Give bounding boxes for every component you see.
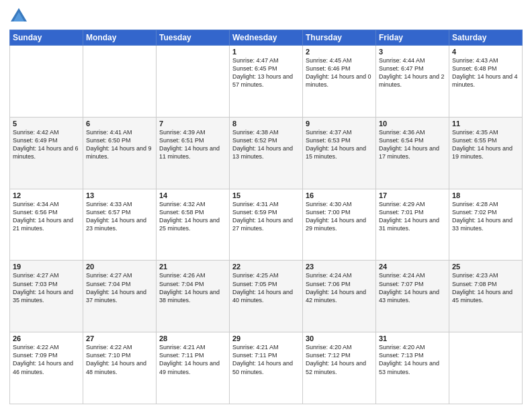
day-number: 10	[379, 120, 446, 128]
logo	[9, 7, 31, 26]
day-number: 16	[306, 191, 373, 199]
day-number: 20	[86, 263, 153, 271]
day-number: 25	[452, 263, 519, 271]
day-number: 14	[159, 191, 226, 199]
calendar-cell: 7Sunrise: 4:39 AM Sunset: 6:51 PM Daylig…	[157, 117, 230, 189]
calendar-cell	[83, 46, 157, 118]
day-info: Sunrise: 4:27 AM Sunset: 7:04 PM Dayligh…	[86, 271, 153, 304]
day-number: 2	[306, 48, 373, 56]
calendar-cell: 3Sunrise: 4:44 AM Sunset: 6:47 PM Daylig…	[376, 46, 449, 118]
day-number: 15	[232, 191, 300, 199]
day-info: Sunrise: 4:43 AM Sunset: 6:48 PM Dayligh…	[452, 56, 519, 89]
day-number: 18	[452, 191, 519, 199]
day-info: Sunrise: 4:20 AM Sunset: 7:13 PM Dayligh…	[379, 343, 446, 376]
day-info: Sunrise: 4:30 AM Sunset: 7:00 PM Dayligh…	[306, 200, 373, 233]
calendar-cell: 13Sunrise: 4:33 AM Sunset: 6:57 PM Dayli…	[83, 189, 157, 261]
calendar-table: SundayMondayTuesdayWednesdayThursdayFrid…	[9, 30, 523, 404]
day-number: 24	[379, 263, 446, 271]
calendar-header-monday: Monday	[83, 30, 157, 46]
day-number: 29	[232, 334, 300, 342]
calendar-cell: 12Sunrise: 4:34 AM Sunset: 6:56 PM Dayli…	[10, 189, 83, 261]
page: SundayMondayTuesdayWednesdayThursdayFrid…	[0, 0, 532, 411]
day-info: Sunrise: 4:28 AM Sunset: 7:02 PM Dayligh…	[452, 200, 519, 233]
day-info: Sunrise: 4:37 AM Sunset: 6:53 PM Dayligh…	[306, 128, 373, 161]
calendar-header-tuesday: Tuesday	[157, 30, 230, 46]
calendar-week-row: 1Sunrise: 4:47 AM Sunset: 6:45 PM Daylig…	[10, 46, 523, 118]
day-info: Sunrise: 4:29 AM Sunset: 7:01 PM Dayligh…	[379, 200, 446, 233]
day-number: 21	[159, 263, 226, 271]
day-info: Sunrise: 4:25 AM Sunset: 7:05 PM Dayligh…	[232, 271, 300, 304]
day-number: 23	[306, 263, 373, 271]
calendar-header-sunday: Sunday	[10, 30, 83, 46]
calendar-cell: 10Sunrise: 4:36 AM Sunset: 6:54 PM Dayli…	[376, 117, 449, 189]
day-number: 28	[159, 334, 226, 342]
day-number: 1	[232, 48, 300, 56]
calendar-cell: 27Sunrise: 4:22 AM Sunset: 7:10 PM Dayli…	[83, 332, 157, 404]
calendar-header-wednesday: Wednesday	[230, 30, 303, 46]
day-number: 12	[13, 191, 80, 199]
day-number: 6	[86, 120, 153, 128]
calendar-header-friday: Friday	[376, 30, 449, 46]
day-info: Sunrise: 4:22 AM Sunset: 7:10 PM Dayligh…	[86, 343, 153, 376]
day-number: 8	[232, 120, 300, 128]
calendar-cell: 9Sunrise: 4:37 AM Sunset: 6:53 PM Daylig…	[303, 117, 376, 189]
calendar-week-row: 5Sunrise: 4:42 AM Sunset: 6:49 PM Daylig…	[10, 117, 523, 189]
day-number: 7	[159, 120, 226, 128]
calendar-cell: 31Sunrise: 4:20 AM Sunset: 7:13 PM Dayli…	[376, 332, 449, 404]
day-number: 31	[379, 334, 446, 342]
calendar-cell: 30Sunrise: 4:20 AM Sunset: 7:12 PM Dayli…	[303, 332, 376, 404]
day-info: Sunrise: 4:20 AM Sunset: 7:12 PM Dayligh…	[306, 343, 373, 376]
calendar-cell	[157, 46, 230, 118]
day-info: Sunrise: 4:27 AM Sunset: 7:03 PM Dayligh…	[13, 271, 80, 304]
day-info: Sunrise: 4:22 AM Sunset: 7:09 PM Dayligh…	[13, 343, 80, 376]
calendar-header-saturday: Saturday	[449, 30, 523, 46]
calendar-cell: 20Sunrise: 4:27 AM Sunset: 7:04 PM Dayli…	[83, 261, 157, 332]
day-number: 19	[13, 263, 80, 271]
calendar-cell: 8Sunrise: 4:38 AM Sunset: 6:52 PM Daylig…	[230, 117, 303, 189]
calendar-cell: 29Sunrise: 4:21 AM Sunset: 7:11 PM Dayli…	[230, 332, 303, 404]
day-info: Sunrise: 4:38 AM Sunset: 6:52 PM Dayligh…	[232, 128, 300, 161]
calendar-cell: 2Sunrise: 4:45 AM Sunset: 6:46 PM Daylig…	[303, 46, 376, 118]
day-number: 17	[379, 191, 446, 199]
calendar-cell: 26Sunrise: 4:22 AM Sunset: 7:09 PM Dayli…	[10, 332, 83, 404]
calendar-week-row: 12Sunrise: 4:34 AM Sunset: 6:56 PM Dayli…	[10, 189, 523, 261]
calendar-cell: 1Sunrise: 4:47 AM Sunset: 6:45 PM Daylig…	[230, 46, 303, 118]
calendar-cell: 22Sunrise: 4:25 AM Sunset: 7:05 PM Dayli…	[230, 261, 303, 332]
day-info: Sunrise: 4:31 AM Sunset: 6:59 PM Dayligh…	[232, 200, 300, 233]
header	[9, 7, 523, 26]
day-info: Sunrise: 4:42 AM Sunset: 6:49 PM Dayligh…	[13, 128, 80, 161]
day-number: 9	[306, 120, 373, 128]
calendar-cell: 23Sunrise: 4:24 AM Sunset: 7:06 PM Dayli…	[303, 261, 376, 332]
day-info: Sunrise: 4:45 AM Sunset: 6:46 PM Dayligh…	[306, 56, 373, 89]
day-info: Sunrise: 4:21 AM Sunset: 7:11 PM Dayligh…	[159, 343, 226, 376]
day-number: 26	[13, 334, 80, 342]
day-info: Sunrise: 4:21 AM Sunset: 7:11 PM Dayligh…	[232, 343, 300, 376]
calendar-cell: 14Sunrise: 4:32 AM Sunset: 6:58 PM Dayli…	[157, 189, 230, 261]
calendar-cell	[449, 332, 523, 404]
day-info: Sunrise: 4:39 AM Sunset: 6:51 PM Dayligh…	[159, 128, 226, 161]
day-info: Sunrise: 4:41 AM Sunset: 6:50 PM Dayligh…	[86, 128, 153, 161]
calendar-cell: 25Sunrise: 4:23 AM Sunset: 7:08 PM Dayli…	[449, 261, 523, 332]
calendar-cell: 4Sunrise: 4:43 AM Sunset: 6:48 PM Daylig…	[449, 46, 523, 118]
calendar-cell: 19Sunrise: 4:27 AM Sunset: 7:03 PM Dayli…	[10, 261, 83, 332]
day-number: 5	[13, 120, 80, 128]
day-number: 30	[306, 334, 373, 342]
day-info: Sunrise: 4:44 AM Sunset: 6:47 PM Dayligh…	[379, 56, 446, 89]
day-info: Sunrise: 4:24 AM Sunset: 7:07 PM Dayligh…	[379, 271, 446, 304]
calendar-week-row: 19Sunrise: 4:27 AM Sunset: 7:03 PM Dayli…	[10, 261, 523, 332]
day-info: Sunrise: 4:47 AM Sunset: 6:45 PM Dayligh…	[232, 56, 300, 89]
calendar-cell: 11Sunrise: 4:35 AM Sunset: 6:55 PM Dayli…	[449, 117, 523, 189]
calendar-cell: 21Sunrise: 4:26 AM Sunset: 7:04 PM Dayli…	[157, 261, 230, 332]
calendar-cell: 28Sunrise: 4:21 AM Sunset: 7:11 PM Dayli…	[157, 332, 230, 404]
day-number: 3	[379, 48, 446, 56]
day-info: Sunrise: 4:26 AM Sunset: 7:04 PM Dayligh…	[159, 271, 226, 304]
day-number: 27	[86, 334, 153, 342]
calendar-cell: 6Sunrise: 4:41 AM Sunset: 6:50 PM Daylig…	[83, 117, 157, 189]
calendar-cell: 16Sunrise: 4:30 AM Sunset: 7:00 PM Dayli…	[303, 189, 376, 261]
calendar-cell: 15Sunrise: 4:31 AM Sunset: 6:59 PM Dayli…	[230, 189, 303, 261]
day-number: 22	[232, 263, 300, 271]
calendar-cell: 24Sunrise: 4:24 AM Sunset: 7:07 PM Dayli…	[376, 261, 449, 332]
calendar-header-thursday: Thursday	[303, 30, 376, 46]
calendar-cell	[10, 46, 83, 118]
day-number: 4	[452, 48, 519, 56]
